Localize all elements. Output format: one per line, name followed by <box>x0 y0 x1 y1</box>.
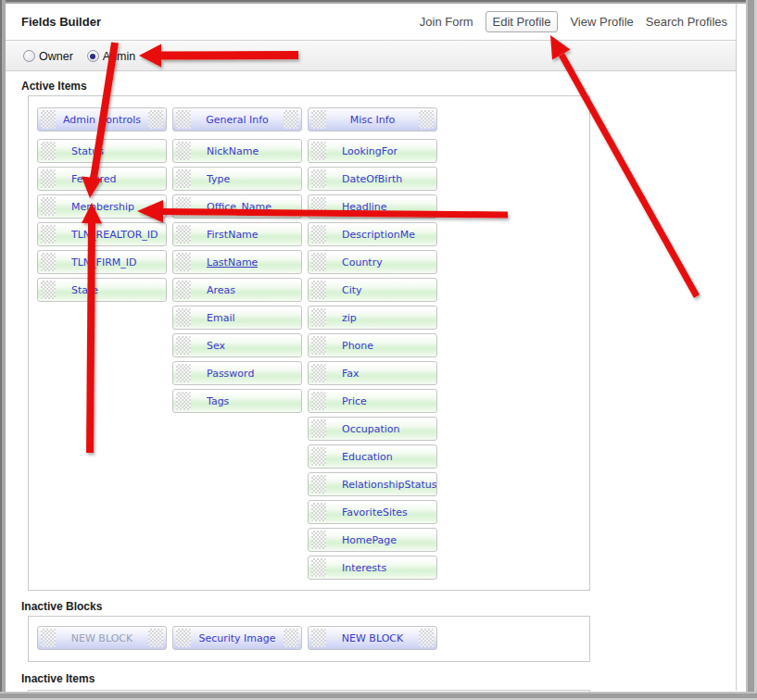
item-label: NickName <box>207 145 259 157</box>
drag-handle-icon[interactable] <box>311 392 326 410</box>
field-item-relationshipstatus[interactable]: RelationshipStatus <box>308 472 437 496</box>
field-item-membership[interactable]: Membership <box>37 194 167 219</box>
nav-link-edit-profile[interactable]: Edit Profile <box>486 11 559 32</box>
field-item-city[interactable]: City <box>308 278 437 302</box>
drag-handle-icon[interactable] <box>311 419 326 438</box>
drag-handle-icon[interactable] <box>176 629 191 647</box>
drag-handle-icon[interactable] <box>311 503 326 521</box>
field-block-misc-info[interactable]: Misc Info <box>308 107 437 131</box>
field-item-featured[interactable]: Featured <box>37 167 167 191</box>
drag-handle-icon[interactable] <box>176 253 191 271</box>
drag-handle-icon[interactable] <box>41 169 56 188</box>
drag-handle-icon[interactable] <box>311 253 326 271</box>
field-item-tln-firm-id[interactable]: TLN_FIRM_ID <box>37 250 167 274</box>
field-item-dateofbirth[interactable]: DateOfBirth <box>308 167 437 191</box>
drag-handle-icon[interactable] <box>419 110 434 129</box>
radio-owner[interactable] <box>23 50 35 62</box>
drag-handle-icon[interactable] <box>311 531 326 549</box>
drag-handle-icon[interactable] <box>176 225 191 244</box>
drag-handle-icon[interactable] <box>311 364 326 382</box>
field-item-password[interactable]: Password <box>172 361 302 385</box>
drag-handle-icon[interactable] <box>41 142 56 160</box>
field-item-nickname[interactable]: NickName <box>172 139 302 163</box>
drag-handle-icon[interactable] <box>419 629 434 647</box>
field-item-tln-realtor-id[interactable]: TLN_REALTOR_ID <box>37 222 167 246</box>
drag-handle-icon[interactable] <box>176 169 191 188</box>
item-label: Misc Info <box>329 114 416 126</box>
drag-handle-icon[interactable] <box>176 336 191 355</box>
nav-link-join-form[interactable]: Join Form <box>420 15 473 29</box>
field-item-lookingfor[interactable]: LookingFor <box>308 139 437 163</box>
item-label: FavoriteSites <box>342 506 408 519</box>
field-item-office-name[interactable]: Office_Name <box>172 194 302 219</box>
drag-handle-icon[interactable] <box>176 197 191 216</box>
field-item-interests[interactable]: Interests <box>308 556 437 580</box>
drag-handle-icon[interactable] <box>41 281 56 299</box>
drag-handle-icon[interactable] <box>148 629 163 647</box>
drag-handle-icon[interactable] <box>41 225 56 244</box>
nav-link-search-profiles[interactable]: Search Profiles <box>646 15 727 29</box>
drag-handle-icon[interactable] <box>311 225 326 244</box>
drag-handle-icon[interactable] <box>311 558 326 577</box>
radio-admin[interactable] <box>87 50 99 62</box>
field-item-headline[interactable]: Headline <box>308 194 437 219</box>
item-label: Areas <box>207 284 235 296</box>
field-item-tags[interactable]: Tags <box>172 389 302 413</box>
field-item-phone[interactable]: Phone <box>308 333 437 357</box>
drag-handle-icon[interactable] <box>311 475 326 494</box>
drag-handle-icon[interactable] <box>176 142 191 160</box>
item-label: Status <box>71 145 104 157</box>
drag-handle-icon[interactable] <box>311 110 326 129</box>
field-item-firstname[interactable]: FirstName <box>172 222 302 246</box>
drag-handle-icon[interactable] <box>41 197 56 216</box>
drag-handle-icon[interactable] <box>311 629 326 647</box>
profile-nav: Join FormEdit ProfileView ProfileSearch … <box>420 11 727 32</box>
drag-handle-icon[interactable] <box>41 253 56 271</box>
inactive-block-new-block[interactable]: NEW BLOCK <box>308 626 437 650</box>
drag-handle-icon[interactable] <box>148 110 163 129</box>
field-item-email[interactable]: Email <box>172 306 302 330</box>
active-items-container: Admin ControlsStatusFeaturedMembershipTL… <box>28 95 590 591</box>
field-block-general-info[interactable]: General Info <box>172 107 302 131</box>
radio-group-admin[interactable]: Admin <box>87 50 135 63</box>
field-item-type[interactable]: Type <box>172 167 302 191</box>
drag-handle-icon[interactable] <box>311 447 326 466</box>
field-item-country[interactable]: Country <box>308 250 437 274</box>
inactive-block-security-image[interactable]: Security Image <box>172 626 302 650</box>
field-item-occupation[interactable]: Occupation <box>308 417 437 441</box>
inactive-blocks-container: NEW BLOCKSecurity ImageNEW BLOCK <box>28 616 590 662</box>
drag-handle-icon[interactable] <box>284 629 298 647</box>
item-label: City <box>342 284 362 296</box>
field-item-state[interactable]: State <box>37 278 167 302</box>
drag-handle-icon[interactable] <box>311 281 326 299</box>
drag-handle-icon[interactable] <box>41 629 56 647</box>
field-block-admin-controls[interactable]: Admin Controls <box>37 107 167 131</box>
drag-handle-icon[interactable] <box>176 364 191 382</box>
radio-group-owner[interactable]: Owner <box>23 50 73 63</box>
drag-handle-icon[interactable] <box>176 281 191 299</box>
field-item-lastname[interactable]: LastName <box>172 250 302 274</box>
field-item-zip[interactable]: zip <box>308 306 437 330</box>
drag-handle-icon[interactable] <box>176 110 191 129</box>
drag-handle-icon[interactable] <box>311 308 326 327</box>
field-item-areas[interactable]: Areas <box>172 278 302 302</box>
drag-handle-icon[interactable] <box>311 142 326 160</box>
drag-handle-icon[interactable] <box>311 336 326 355</box>
drag-handle-icon[interactable] <box>311 169 326 188</box>
field-item-education[interactable]: Education <box>308 444 437 469</box>
field-item-favoritesites[interactable]: FavoriteSites <box>308 500 437 524</box>
field-item-fax[interactable]: Fax <box>308 361 437 385</box>
drag-handle-icon[interactable] <box>311 197 326 216</box>
field-item-price[interactable]: Price <box>308 389 437 413</box>
nav-link-view-profile[interactable]: View Profile <box>570 15 633 29</box>
field-item-status[interactable]: Status <box>37 139 167 163</box>
field-item-homepage[interactable]: HomePage <box>308 528 437 552</box>
field-item-descriptionme[interactable]: DescriptionMe <box>308 222 437 246</box>
drag-handle-icon[interactable] <box>176 392 191 410</box>
drag-handle-icon[interactable] <box>41 110 56 129</box>
field-item-sex[interactable]: Sex <box>172 333 302 357</box>
drag-handle-icon[interactable] <box>284 110 298 129</box>
inactive-block-new-block[interactable]: NEW BLOCK <box>37 626 167 650</box>
drag-handle-icon[interactable] <box>176 308 191 327</box>
item-label: Security Image <box>194 632 281 644</box>
